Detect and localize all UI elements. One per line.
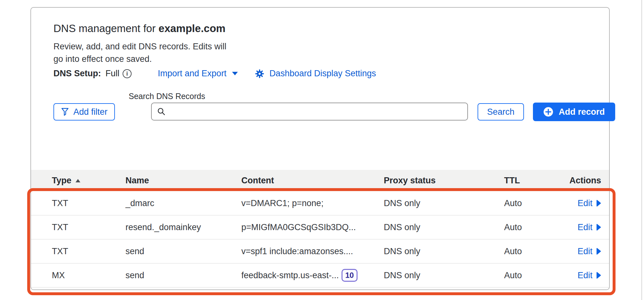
record-actions: Edit — [577, 246, 609, 256]
caret-right-icon — [596, 272, 601, 279]
edit-record-link[interactable]: Edit — [577, 222, 601, 232]
page-title: DNS management for example.com — [53, 22, 225, 35]
record-actions: Edit — [577, 222, 609, 232]
search-button-label: Search — [487, 107, 515, 117]
table-body: TXT _dmarc v=DMARC1; p=none; DNS only Au… — [31, 191, 609, 288]
record-name: send — [125, 246, 241, 256]
column-header-content: Content — [241, 176, 384, 186]
record-content: feedback-smtp.us-east-... 10 — [241, 269, 384, 282]
record-proxy-status: DNS only — [384, 246, 504, 256]
record-ttl: Auto — [504, 246, 566, 256]
table-row: MX send feedback-smtp.us-east-... 10 DNS… — [31, 263, 609, 288]
record-proxy-status: DNS only — [384, 222, 504, 232]
record-ttl: Auto — [504, 271, 566, 280]
column-header-actions: Actions — [569, 176, 609, 186]
caret-right-icon — [596, 248, 601, 255]
record-name: resend._domainkey — [125, 222, 241, 232]
add-filter-button[interactable]: Add filter — [53, 103, 115, 121]
import-export-dropdown[interactable]: Import and Export — [158, 69, 238, 79]
dashboard-display-settings-label: Dashboard Display Settings — [270, 69, 376, 79]
edit-record-link[interactable]: Edit — [577, 271, 601, 280]
record-type: TXT — [52, 246, 125, 256]
import-export-label: Import and Export — [158, 69, 227, 79]
add-record-button[interactable]: Add record — [533, 103, 615, 121]
add-filter-label: Add filter — [73, 107, 108, 117]
page-subtitle: Review, add, and edit DNS records. Edits… — [53, 40, 226, 65]
table-row: TXT resend._domainkey p=MIGfMA0GCSqGSIb3… — [31, 215, 609, 239]
add-record-label: Add record — [559, 107, 605, 117]
caret-right-icon — [596, 224, 601, 231]
column-header-name: Name — [125, 176, 241, 186]
record-actions: Edit — [577, 271, 609, 280]
edit-record-link[interactable]: Edit — [577, 246, 601, 256]
record-type: TXT — [52, 198, 125, 208]
subtitle-line-2: go into effect once saved. — [53, 53, 226, 65]
record-type: TXT — [52, 222, 125, 232]
column-header-proxy-status: Proxy status — [384, 176, 504, 186]
dns-setup-value: Full — [106, 69, 120, 79]
page-title-domain: example.com — [158, 22, 225, 34]
caret-down-icon — [232, 71, 238, 76]
dns-setup-label: DNS Setup: — [53, 69, 101, 79]
record-proxy-status: DNS only — [384, 198, 504, 208]
record-name: send — [125, 271, 241, 280]
sort-asc-icon — [75, 179, 81, 183]
search-input[interactable] — [151, 103, 468, 121]
record-ttl: Auto — [504, 222, 566, 232]
record-content: v=spf1 include:amazonses.... — [241, 246, 384, 256]
priority-badge: 10 — [342, 269, 358, 282]
column-header-type[interactable]: Type — [52, 176, 125, 186]
record-actions: Edit — [577, 198, 609, 208]
page-title-prefix: DNS management for — [53, 22, 158, 34]
edit-record-link[interactable]: Edit — [577, 198, 601, 208]
column-header-ttl: TTL — [504, 176, 566, 186]
plus-circle-icon — [543, 107, 553, 117]
table-header-row: Type Name Content Proxy status TTL Actio… — [31, 170, 609, 191]
record-proxy-status: DNS only — [384, 271, 504, 280]
toolbar: Add filter Search Add record — [53, 103, 617, 121]
search-field — [151, 103, 468, 121]
page-edge-divider — [641, 0, 642, 300]
dns-setup-row: DNS Setup: Full i Import and Export — [53, 69, 376, 79]
record-content: p=MIGfMA0GCSqGSIb3DQ... — [241, 222, 384, 232]
dashboard-display-settings-link[interactable]: Dashboard Display Settings — [255, 69, 376, 79]
record-name: _dmarc — [125, 198, 241, 208]
caret-right-icon — [596, 200, 601, 207]
record-type: MX — [52, 271, 125, 280]
dns-records-table: Type Name Content Proxy status TTL Actio… — [31, 170, 609, 288]
info-icon[interactable]: i — [123, 69, 132, 78]
dns-management-card: DNS management for example.com Review, a… — [30, 7, 610, 290]
table-row: TXT _dmarc v=DMARC1; p=none; DNS only Au… — [31, 191, 609, 215]
search-field-label: Search DNS Records — [129, 92, 205, 101]
table-row: TXT send v=spf1 include:amazonses.... DN… — [31, 239, 609, 263]
filter-icon — [61, 107, 69, 116]
record-ttl: Auto — [504, 198, 566, 208]
gear-icon — [255, 69, 264, 79]
record-content: v=DMARC1; p=none; — [241, 198, 384, 208]
subtitle-line-1: Review, add, and edit DNS records. Edits… — [53, 40, 226, 53]
search-button[interactable]: Search — [478, 103, 524, 121]
